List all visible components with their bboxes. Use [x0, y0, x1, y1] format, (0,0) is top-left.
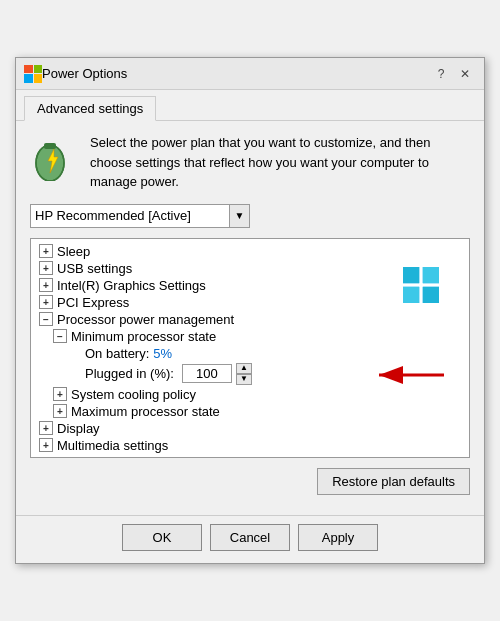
- svg-rect-9: [423, 267, 439, 283]
- expand-pci-icon[interactable]: +: [39, 295, 53, 309]
- power-options-window: Power Options ? ✕ Advanced settings Sele…: [15, 57, 485, 564]
- tree-item-cooling[interactable]: + System cooling policy: [31, 386, 469, 403]
- tree-item-multimedia[interactable]: + Multimedia settings: [31, 437, 469, 454]
- plugged-in-input[interactable]: [182, 364, 232, 383]
- tree-item-display[interactable]: + Display: [31, 420, 469, 437]
- spinner-buttons: ▲ ▼: [236, 363, 252, 385]
- plan-dropdown[interactable]: HP Recommended [Active]: [31, 205, 229, 226]
- content-area: Select the power plan that you want to c…: [16, 121, 484, 511]
- tree-label-multimedia: Multimedia settings: [57, 438, 168, 453]
- restore-row: Restore plan defaults: [30, 458, 470, 499]
- red-arrow: [369, 360, 449, 390]
- power-icon: [30, 133, 78, 181]
- tree-container-wrapper: + Sleep + USB settings + Intel(R) Graphi…: [30, 238, 470, 458]
- tree-label-max-state: Maximum processor state: [71, 404, 220, 419]
- expand-display-icon[interactable]: +: [39, 421, 53, 435]
- tab-bar: Advanced settings: [16, 90, 484, 121]
- tree-item-min-state[interactable]: − Minimum processor state: [31, 328, 469, 345]
- title-bar: Power Options ? ✕: [16, 58, 484, 90]
- dropdown-arrow-icon: ▼: [229, 205, 249, 227]
- tree-label-pci: PCI Express: [57, 295, 129, 310]
- window-title: Power Options: [42, 66, 430, 81]
- intro-text: Select the power plan that you want to c…: [90, 133, 470, 192]
- tree-label-display: Display: [57, 421, 100, 436]
- tree-item-on-battery[interactable]: On battery: 5%: [31, 345, 469, 362]
- dropdown-row: HP Recommended [Active] ▼: [30, 204, 470, 228]
- tree-label-usb: USB settings: [57, 261, 132, 276]
- tree-value-on-battery: 5%: [153, 346, 172, 361]
- svg-rect-8: [403, 267, 419, 283]
- tree-item-sleep[interactable]: + Sleep: [31, 243, 469, 260]
- tree-label-cooling: System cooling policy: [71, 387, 196, 402]
- tab-advanced-settings[interactable]: Advanced settings: [24, 96, 156, 121]
- tree-item-processor[interactable]: − Processor power management: [31, 311, 469, 328]
- window-controls: ? ✕: [430, 63, 476, 85]
- tree-view[interactable]: + Sleep + USB settings + Intel(R) Graphi…: [30, 238, 470, 458]
- expand-intel-icon[interactable]: +: [39, 278, 53, 292]
- tree-label-plugged-in: Plugged in (%):: [85, 366, 174, 381]
- expand-cooling-icon[interactable]: +: [53, 387, 67, 401]
- spinner-wrapper: ▲ ▼: [182, 363, 252, 385]
- tree-label-min-state: Minimum processor state: [71, 329, 216, 344]
- close-button[interactable]: ✕: [454, 63, 476, 85]
- expand-multimedia-icon[interactable]: +: [39, 438, 53, 452]
- tree-item-intel[interactable]: + Intel(R) Graphics Settings: [31, 277, 469, 294]
- svg-rect-10: [403, 287, 419, 303]
- intro-section: Select the power plan that you want to c…: [30, 133, 470, 192]
- expand-max-state-icon[interactable]: +: [53, 404, 67, 418]
- expand-min-state-icon[interactable]: −: [53, 329, 67, 343]
- tree-item-plugged-in[interactable]: Plugged in (%): ▲ ▼: [31, 362, 469, 386]
- ok-button[interactable]: OK: [122, 524, 202, 551]
- help-button[interactable]: ?: [430, 63, 452, 85]
- svg-rect-11: [423, 287, 439, 303]
- tree-label-sleep: Sleep: [57, 244, 90, 259]
- restore-plan-button[interactable]: Restore plan defaults: [317, 468, 470, 495]
- expand-usb-icon[interactable]: +: [39, 261, 53, 275]
- tree-label-intel: Intel(R) Graphics Settings: [57, 278, 206, 293]
- windows-logo-overlay: [403, 267, 439, 303]
- tree-label-processor: Processor power management: [57, 312, 234, 327]
- plan-dropdown-wrapper[interactable]: HP Recommended [Active] ▼: [30, 204, 250, 228]
- spinner-input-row: ▲ ▼: [182, 363, 252, 385]
- app-icon: [24, 65, 42, 83]
- footer-buttons: OK Cancel Apply: [16, 515, 484, 563]
- tree-label-on-battery: On battery:: [85, 346, 149, 361]
- expand-sleep-icon[interactable]: +: [39, 244, 53, 258]
- tree-item-max-state[interactable]: + Maximum processor state: [31, 403, 469, 420]
- apply-button[interactable]: Apply: [298, 524, 378, 551]
- cancel-button[interactable]: Cancel: [210, 524, 290, 551]
- spinner-down-button[interactable]: ▼: [236, 374, 252, 385]
- spinner-up-button[interactable]: ▲: [236, 363, 252, 374]
- expand-processor-icon[interactable]: −: [39, 312, 53, 326]
